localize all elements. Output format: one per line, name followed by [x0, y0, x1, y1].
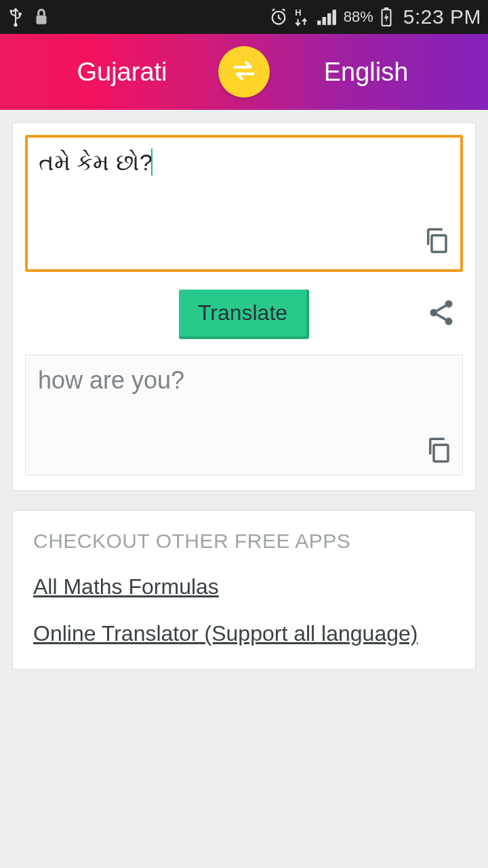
svg-text:H: H	[295, 7, 301, 18]
source-text: તમે કેમ છો?	[39, 147, 152, 177]
svg-rect-8	[327, 14, 331, 25]
battery-charging-icon	[380, 7, 392, 27]
data-icon: H	[295, 7, 310, 26]
android-status-bar: H 88% 5:23 PM	[0, 0, 488, 34]
usb-icon	[7, 7, 24, 27]
text-cursor	[151, 149, 152, 176]
swap-icon	[230, 57, 258, 87]
source-language-label[interactable]: Gujarati	[0, 58, 244, 87]
svg-rect-6	[317, 20, 321, 24]
app-link[interactable]: All Maths Formulas	[33, 574, 455, 599]
svg-rect-11	[384, 7, 388, 9]
svg-rect-7	[322, 17, 325, 25]
svg-point-15	[445, 317, 453, 325]
svg-rect-1	[18, 13, 21, 16]
target-text-output: how are you?	[25, 355, 463, 475]
alarm-icon	[269, 7, 288, 26]
share-button[interactable]	[426, 298, 456, 330]
svg-point-2	[14, 23, 17, 26]
translator-card: તમે કેમ છો? Translate how are you?	[12, 122, 476, 491]
other-apps-title: CHECKOUT OTHER FREE APPS	[33, 530, 455, 553]
target-text: how are you?	[38, 366, 450, 395]
target-language-label[interactable]: English	[244, 58, 488, 87]
app-link[interactable]: Online Translator (Support all language)	[33, 621, 455, 646]
svg-point-0	[9, 9, 12, 12]
svg-rect-16	[434, 445, 448, 462]
battery-percent: 88%	[344, 8, 373, 26]
copy-target-button[interactable]	[424, 435, 453, 467]
language-header: Gujarati English	[0, 34, 488, 110]
other-apps-card: CHECKOUT OTHER FREE APPS All Maths Formu…	[12, 510, 476, 670]
status-clock: 5:23 PM	[403, 5, 481, 28]
source-text-input[interactable]: તમે કેમ છો?	[25, 135, 463, 272]
svg-rect-3	[37, 16, 47, 24]
copy-source-button[interactable]	[422, 226, 451, 261]
translate-button[interactable]: Translate	[179, 290, 309, 339]
swap-languages-button[interactable]	[218, 46, 270, 98]
signal-icon	[317, 8, 337, 26]
lock-icon	[33, 7, 50, 27]
svg-rect-12	[432, 235, 446, 252]
translate-row: Translate	[25, 290, 463, 338]
svg-point-13	[445, 300, 453, 308]
svg-point-14	[430, 309, 438, 317]
svg-rect-9	[332, 9, 336, 25]
